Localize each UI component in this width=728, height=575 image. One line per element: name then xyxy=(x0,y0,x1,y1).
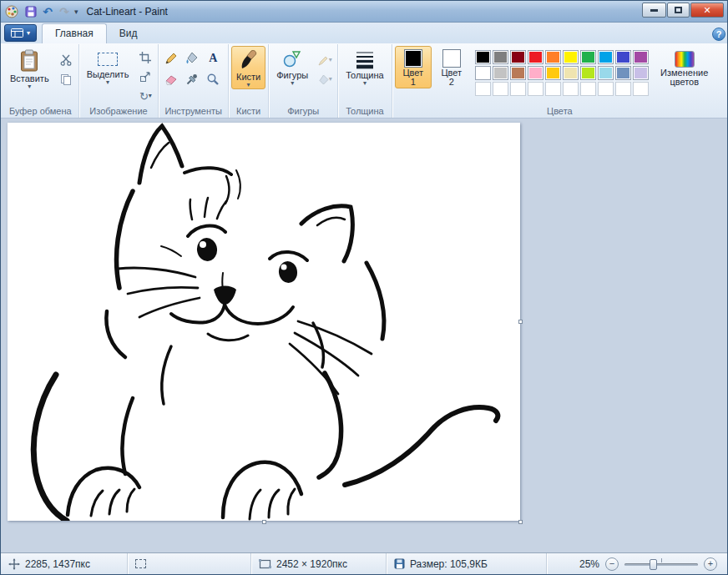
palette-swatch[interactable] xyxy=(598,50,614,64)
shapes-dropdown-icon: ▾ xyxy=(291,81,294,86)
shape-outline-button[interactable]: ▾ xyxy=(315,51,335,69)
rotate-button[interactable]: ↻ ▾ xyxy=(135,87,155,105)
palette-swatch[interactable] xyxy=(633,82,649,96)
redo-button[interactable]: ↷ xyxy=(56,3,73,20)
palette-swatch[interactable] xyxy=(510,50,526,64)
palette-swatch[interactable] xyxy=(580,82,596,96)
eraser-tool-button[interactable] xyxy=(161,70,181,88)
copy-icon xyxy=(60,73,72,85)
image-size-section: 2452 × 1920пкс xyxy=(251,553,387,574)
size-group-label: Толщина xyxy=(341,105,389,118)
application-menu-button[interactable]: ▾ xyxy=(4,24,37,42)
palette-swatch[interactable] xyxy=(580,50,596,64)
palette-swatch[interactable] xyxy=(528,50,543,64)
palette-swatch[interactable] xyxy=(633,50,649,64)
palette-swatch[interactable] xyxy=(615,66,631,80)
palette-swatch[interactable] xyxy=(475,82,491,96)
magnifier-tool-button[interactable] xyxy=(203,70,223,88)
palette-swatch[interactable] xyxy=(598,82,614,96)
palette-swatch[interactable] xyxy=(545,82,561,96)
brushes-button[interactable]: Кисти ▾ xyxy=(231,46,265,89)
brushes-group-label: Кисти xyxy=(231,105,265,118)
palette-swatch[interactable] xyxy=(615,82,631,96)
resize-handle-right[interactable] xyxy=(518,320,523,324)
window-controls: ✕ xyxy=(642,1,724,18)
palette-swatch[interactable] xyxy=(580,66,596,80)
group-shapes: Фигуры ▾ ▾ ▾ xyxy=(269,44,338,118)
help-button[interactable]: ? xyxy=(712,28,725,41)
group-colors: Цвет 1 Цвет 2 Изменение цветов Цвета xyxy=(392,44,727,118)
resize-icon xyxy=(139,71,151,83)
palette-swatch[interactable] xyxy=(633,66,649,80)
shape-fill-button[interactable]: ▾ xyxy=(315,70,335,88)
size-button[interactable]: Толщина ▾ xyxy=(341,46,389,88)
zoom-slider[interactable] xyxy=(624,557,698,571)
select-button[interactable]: Выделить ▾ xyxy=(82,46,134,87)
palette-swatch[interactable] xyxy=(545,66,561,80)
palette-swatch[interactable] xyxy=(545,50,561,64)
resize-handle-bottom[interactable] xyxy=(262,520,266,524)
zoom-slider-thumb[interactable] xyxy=(650,559,657,570)
color-palette xyxy=(475,50,649,96)
color-picker-tool-button[interactable] xyxy=(182,70,202,88)
palette-swatch[interactable] xyxy=(475,66,491,80)
palette-swatch[interactable] xyxy=(510,82,526,96)
paste-button[interactable]: Вставить ▾ xyxy=(5,46,54,91)
tab-home[interactable]: Главная xyxy=(42,23,107,43)
paint-app-icon[interactable] xyxy=(4,4,19,19)
palette-swatch[interactable] xyxy=(563,82,579,96)
undo-button[interactable]: ↶ xyxy=(39,3,56,20)
paint-window: ↶ ↷ ▾ Cat-Lineart - Paint ✕ ▾ Главная Ви… xyxy=(0,0,728,575)
close-button[interactable]: ✕ xyxy=(690,3,724,18)
text-tool-button[interactable]: A xyxy=(203,49,223,68)
rotate-icon: ↻ xyxy=(139,90,149,103)
cut-button[interactable] xyxy=(56,51,76,69)
menu-icon xyxy=(11,28,23,38)
palette-swatch[interactable] xyxy=(493,66,508,80)
minimize-button[interactable] xyxy=(642,3,666,18)
palette-swatch[interactable] xyxy=(563,66,579,80)
canvas-area[interactable] xyxy=(1,119,727,552)
pencil-icon xyxy=(164,52,178,65)
palette-swatch[interactable] xyxy=(598,66,614,80)
palette-swatch[interactable] xyxy=(493,50,508,64)
copy-button[interactable] xyxy=(56,70,76,88)
save-button[interactable] xyxy=(23,3,39,20)
pencil-tool-button[interactable] xyxy=(161,49,181,68)
zoom-slider-track[interactable] xyxy=(624,563,698,566)
ribbon: Вставить ▾ xyxy=(1,43,727,119)
save-icon xyxy=(25,6,37,18)
shapes-button[interactable]: Фигуры ▾ xyxy=(271,46,313,88)
quick-access-dropdown[interactable]: ▾ xyxy=(74,8,78,16)
zoom-out-button[interactable]: − xyxy=(605,557,619,571)
tab-view[interactable]: Вид xyxy=(107,24,150,43)
zoom-section: 25% − + xyxy=(569,553,727,574)
palette-swatch[interactable] xyxy=(563,50,579,64)
color2-label: Цвет 2 xyxy=(438,68,465,87)
fill-tool-button[interactable] xyxy=(182,49,202,68)
edit-colors-label: Изменение цветов xyxy=(659,68,710,87)
zoom-in-button[interactable]: + xyxy=(704,557,717,571)
palette-swatch[interactable] xyxy=(493,82,508,96)
group-image: Выделить ▾ xyxy=(79,44,159,118)
palette-swatch[interactable] xyxy=(528,66,543,80)
color1-button[interactable]: Цвет 1 xyxy=(395,46,432,88)
palette-swatch[interactable] xyxy=(475,50,491,64)
image-size-value: 2452 × 1920пкс xyxy=(276,558,347,570)
palette-swatch[interactable] xyxy=(615,50,631,64)
titlebar: ↶ ↷ ▾ Cat-Lineart - Paint ✕ xyxy=(1,1,727,23)
crop-icon xyxy=(139,52,151,63)
resize-handle-corner[interactable] xyxy=(518,520,523,524)
paste-dropdown-icon: ▾ xyxy=(28,84,31,89)
shape-outline-dropdown-icon: ▾ xyxy=(329,58,332,63)
resize-button[interactable] xyxy=(135,68,155,86)
palette-swatch[interactable] xyxy=(510,66,526,80)
palette-swatch[interactable] xyxy=(528,82,543,96)
crop-button[interactable] xyxy=(135,48,155,67)
edit-colors-button[interactable]: Изменение цветов xyxy=(654,46,715,88)
color2-button[interactable]: Цвет 2 xyxy=(433,46,470,88)
size-dropdown-icon: ▾ xyxy=(363,81,367,86)
canvas[interactable] xyxy=(8,123,520,521)
file-size-icon xyxy=(394,558,405,569)
maximize-button[interactable] xyxy=(667,3,690,18)
